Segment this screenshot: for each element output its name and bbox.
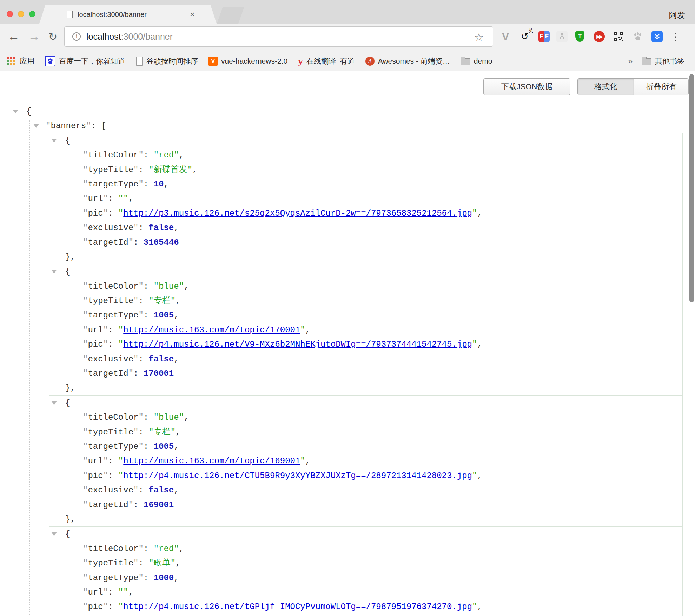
- close-window-button[interactable]: [7, 11, 13, 17]
- bookmark-youdao[interactable]: y 在线翻译_有道: [298, 55, 355, 67]
- json-token: ": [46, 121, 51, 131]
- url-host: localhost: [86, 32, 121, 41]
- json-token: ": [300, 456, 305, 466]
- collapse-toggle-icon[interactable]: [51, 401, 57, 405]
- page-info-icon[interactable]: i: [72, 32, 81, 41]
- json-line: "banners": [: [0, 119, 695, 133]
- bookmark-awesomes[interactable]: A Awesomes - 前端资…: [365, 56, 450, 66]
- json-token: ": [148, 296, 153, 306]
- org-chart-icon[interactable]: [556, 31, 568, 42]
- json-object-box: {"titleColor": "blue","typeTitle": "专栏",…: [49, 395, 683, 527]
- json-token: ": [103, 456, 108, 466]
- json-key: exclusive: [88, 223, 133, 232]
- json-boolean: false: [148, 354, 174, 364]
- json-token: ": [174, 544, 179, 553]
- bookmark-star-icon[interactable]: ☆: [474, 31, 484, 43]
- json-punct: :: [133, 500, 144, 510]
- format-button[interactable]: 格式化: [578, 79, 634, 95]
- json-line: "pic": "http://p4.music.126.net/CTU5B9R9…: [49, 468, 682, 483]
- bookmark-demo-folder[interactable]: demo: [461, 57, 492, 65]
- json-punct: ,: [176, 558, 180, 568]
- json-brace: {: [65, 136, 70, 145]
- collapse-toggle-icon[interactable]: [33, 124, 39, 128]
- json-string: blue: [159, 413, 179, 422]
- bookmarks-overflow-icon[interactable]: »: [628, 56, 633, 66]
- json-punct: :: [108, 194, 118, 203]
- qr-code-icon[interactable]: [611, 30, 626, 44]
- json-brace: },: [65, 252, 75, 262]
- json-punct: :: [144, 573, 154, 583]
- download-json-button[interactable]: 下载JSON数据: [483, 78, 570, 95]
- vue-devtools-icon[interactable]: V: [498, 30, 512, 44]
- json-key: targetType: [88, 442, 138, 451]
- json-brace: },: [65, 515, 75, 524]
- json-punct: :: [144, 179, 154, 189]
- json-line: "exclusive": false,: [49, 352, 682, 366]
- json-punct: ,: [192, 165, 197, 175]
- json-line: {: [49, 264, 682, 279]
- json-token: ": [83, 485, 88, 495]
- bookmark-google-sort[interactable]: 谷歌按时间排序: [136, 56, 198, 66]
- json-url-link[interactable]: http://p4.music.126.net/CTU5B9R9y3XyYBZX…: [123, 471, 472, 480]
- json-line: "targetId": 3165446: [49, 235, 682, 250]
- json-token: ": [472, 209, 477, 218]
- profile-name[interactable]: 阿发: [669, 10, 685, 21]
- json-url-link[interactable]: http://p4.music.126.net/tGPljf-IMOCyPvum…: [123, 602, 472, 611]
- fe-icon[interactable]: FE: [537, 30, 551, 44]
- json-token: ": [123, 194, 128, 203]
- json-token: ": [83, 194, 88, 203]
- minimize-window-button[interactable]: [18, 11, 24, 17]
- json-key: titleColor: [88, 150, 138, 160]
- json-url-link[interactable]: http://music.163.com/m/topic/169001: [123, 456, 300, 466]
- json-punct: :: [108, 602, 118, 611]
- json-string: 专栏: [154, 427, 171, 437]
- json-url-link[interactable]: http://p3.music.126.net/s25q2x5QyqsAzilC…: [123, 209, 472, 218]
- json-url-link[interactable]: http://p4.music.126.net/V9-MXz6b2MNhEKju…: [123, 340, 472, 349]
- shield-t-icon[interactable]: T: [573, 30, 587, 44]
- collapse-toggle-icon[interactable]: [13, 110, 18, 113]
- json-punct: :: [144, 310, 154, 320]
- json-punct: ,: [477, 471, 482, 480]
- json-token: ": [138, 310, 143, 320]
- video-speed-icon[interactable]: ▶▶: [592, 30, 606, 44]
- collapse-toggle-icon[interactable]: [51, 532, 57, 536]
- json-brace: {: [26, 107, 31, 116]
- json-brace: },: [65, 383, 75, 393]
- page-scrollbar[interactable]: [689, 74, 694, 302]
- new-tab-button[interactable]: [217, 7, 244, 24]
- address-bar-input[interactable]: i localhost:3000/banner ☆: [64, 26, 493, 47]
- close-tab-icon[interactable]: ×: [190, 9, 195, 19]
- json-token: ": [133, 223, 138, 232]
- json-punct: ,: [174, 223, 179, 232]
- json-token: ": [154, 544, 159, 553]
- collapse-toggle-icon[interactable]: [51, 270, 57, 274]
- json-line: "targetType": 1005,: [49, 308, 682, 322]
- json-punct: ,: [128, 588, 133, 597]
- back-icon[interactable]: ←: [8, 30, 20, 43]
- other-bookmarks[interactable]: 其他书签: [642, 56, 684, 66]
- json-token: ": [83, 588, 88, 597]
- json-punct: ,: [174, 485, 179, 495]
- browser-menu-icon[interactable]: ⋮: [671, 31, 681, 42]
- bookmark-baidu[interactable]: 百度一下，你就知道: [45, 56, 125, 66]
- maximize-window-button[interactable]: [29, 11, 35, 17]
- json-line: "pic": "http://p3.music.126.net/s25q2x5Q…: [49, 206, 682, 221]
- json-token: ": [83, 296, 88, 306]
- json-url-link[interactable]: http://music.163.com/m/topic/170001: [123, 325, 300, 335]
- json-line: "targetType": 1005,: [49, 439, 682, 454]
- paw-icon[interactable]: [631, 30, 645, 44]
- browser-tab[interactable]: localhost:3000/banner ×: [39, 5, 217, 24]
- translate-icon[interactable]: ↺英: [518, 30, 532, 44]
- tab-title: localhost:3000/banner: [78, 11, 183, 19]
- json-token: ": [118, 194, 123, 203]
- json-punct: ,: [179, 544, 184, 553]
- collapse-all-button[interactable]: 折叠所有: [634, 79, 688, 95]
- json-token: ": [118, 456, 123, 466]
- bookmark-apps[interactable]: 应用: [7, 56, 34, 66]
- reload-icon[interactable]: ↻: [48, 31, 57, 43]
- json-punct: ,: [179, 150, 184, 160]
- downloader-icon[interactable]: [650, 30, 664, 44]
- bookmark-vue-hackernews[interactable]: V vue-hackernews-2.0: [208, 57, 287, 66]
- json-number: 1005: [154, 442, 174, 451]
- collapse-toggle-icon[interactable]: [51, 139, 57, 143]
